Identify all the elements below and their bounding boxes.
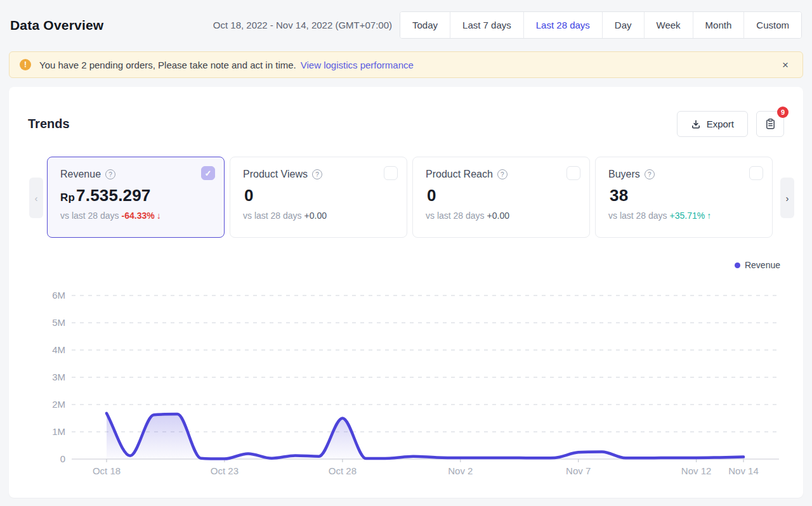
help-icon[interactable]: ?	[312, 169, 322, 179]
revenue-line	[107, 413, 743, 459]
metric-cards-carousel: ‹ Revenue ? ✓ Rp7.535.297 vs last 28 day…	[28, 157, 784, 238]
tab-today[interactable]: Today	[400, 12, 450, 38]
chart-legend[interactable]: Revenue	[28, 260, 784, 270]
report-badge: 9	[777, 107, 789, 118]
metric-card-buyers[interactable]: Buyers ? 38 vs last 28 days+35.71%↑	[595, 157, 773, 238]
legend-label: Revenue	[745, 260, 780, 270]
y-axis-label: 2M	[52, 399, 65, 410]
export-label: Export	[707, 119, 734, 129]
metric-title: Product Views	[243, 169, 308, 180]
metric-card-revenue[interactable]: Revenue ? ✓ Rp7.535.297 vs last 28 days-…	[47, 157, 225, 238]
x-axis-label: Nov 14	[728, 465, 759, 476]
delta-value: +35.71%	[670, 211, 705, 221]
metric-value: Rp7.535.297	[60, 186, 211, 205]
delta-value: +0.00	[487, 211, 509, 221]
metric-compare: vs last 28 days-64.33%↓	[60, 211, 211, 221]
banner-message: You have 2 pending orders, Please take n…	[39, 60, 296, 70]
y-axis-label: 5M	[52, 317, 65, 328]
revenue-area-fill	[107, 413, 743, 459]
delta-value: +0.00	[304, 211, 327, 221]
trends-title: Trends	[28, 117, 677, 131]
metric-title: Revenue	[60, 169, 101, 180]
y-axis-label: 0	[60, 453, 65, 464]
x-axis-label: Nov 2	[448, 465, 473, 476]
tab-last-28-days[interactable]: Last 28 days	[523, 12, 602, 38]
metric-card-product-views[interactable]: Product Views ? 0 vs last 28 days+0.00	[230, 157, 407, 238]
metric-title: Product Reach	[426, 169, 493, 180]
tab-month[interactable]: Month	[693, 12, 744, 38]
delta-value: -64.33%	[122, 211, 155, 221]
clipboard-icon	[764, 118, 776, 130]
x-axis-label: Nov 7	[566, 465, 591, 476]
metric-value: 0	[426, 186, 577, 205]
export-button[interactable]: Export	[677, 111, 748, 137]
report-clipboard-button[interactable]: 9	[756, 111, 784, 137]
metric-card-product-reach[interactable]: Product Reach ? 0 vs last 28 days+0.00	[412, 157, 590, 238]
x-axis-label: Oct 18	[93, 465, 121, 476]
page-title: Data Overview	[10, 18, 103, 33]
tab-week[interactable]: Week	[644, 12, 693, 38]
metric-compare: vs last 28 days+0.00	[426, 211, 577, 221]
close-icon[interactable]: ×	[778, 57, 792, 73]
tab-day[interactable]: Day	[602, 12, 644, 38]
metric-checkbox[interactable]	[566, 166, 580, 180]
revenue-line-chart: 01M2M3M4M5M6MOct 18Oct 23Oct 28Nov 2Nov …	[28, 278, 784, 479]
trends-panel: Trends Export 9 ‹	[9, 87, 803, 498]
metric-value: 38	[608, 186, 759, 205]
metric-title: Buyers	[608, 169, 640, 180]
metric-checkbox[interactable]: ✓	[201, 166, 215, 180]
metric-cards: Revenue ? ✓ Rp7.535.297 vs last 28 days-…	[47, 157, 784, 238]
tab-last-7-days[interactable]: Last 7 days	[450, 12, 523, 38]
date-range-text: Oct 18, 2022 - Nov 14, 2022 (GMT+07:00)	[213, 20, 392, 30]
revenue-chart-area: 01M2M3M4M5M6MOct 18Oct 23Oct 28Nov 2Nov …	[28, 278, 784, 482]
help-icon[interactable]: ?	[645, 169, 655, 179]
metric-value: 0	[243, 186, 394, 205]
legend-dot-icon	[735, 263, 740, 268]
date-range-tab-group: Today Last 7 days Last 28 days Day Week …	[400, 11, 802, 39]
help-icon[interactable]: ?	[105, 169, 115, 179]
metric-checkbox[interactable]	[384, 166, 398, 180]
top-bar: Data Overview Oct 18, 2022 - Nov 14, 202…	[0, 0, 812, 51]
y-axis-label: 6M	[52, 290, 65, 301]
metric-compare: vs last 28 days+0.00	[243, 211, 394, 221]
metric-checkbox[interactable]	[749, 166, 763, 180]
y-axis-label: 4M	[52, 344, 65, 355]
x-axis-label: Oct 23	[211, 465, 239, 476]
x-axis-label: Nov 12	[681, 465, 712, 476]
currency-prefix: Rp	[60, 191, 75, 204]
y-axis-label: 1M	[52, 426, 65, 437]
pending-orders-banner: ! You have 2 pending orders, Please take…	[9, 51, 803, 78]
tab-custom[interactable]: Custom	[743, 12, 801, 38]
carousel-prev-button[interactable]: ‹	[29, 178, 43, 218]
delta-arrow-icon: ↓	[157, 211, 161, 221]
help-icon[interactable]: ?	[497, 169, 508, 179]
view-logistics-link[interactable]: View logistics performance	[301, 60, 414, 70]
download-icon	[691, 119, 701, 129]
trends-header: Trends Export 9	[28, 111, 784, 137]
carousel-next-button[interactable]: ›	[780, 178, 794, 218]
x-axis-label: Oct 28	[329, 465, 357, 476]
warning-icon: !	[20, 59, 31, 70]
metric-compare: vs last 28 days+35.71%↑	[608, 211, 759, 221]
y-axis-label: 3M	[52, 372, 65, 382]
delta-arrow-icon: ↑	[707, 211, 711, 221]
